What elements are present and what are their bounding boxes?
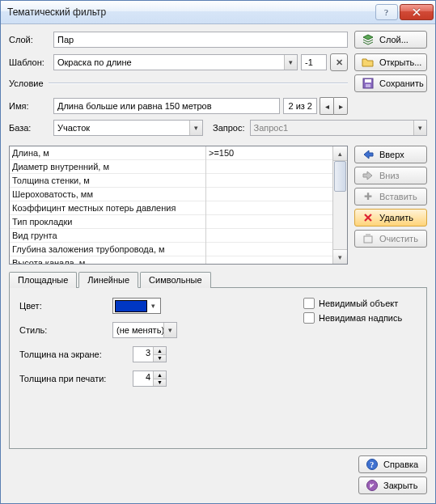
screen-thickness-spinner[interactable]: 3 ▲▼ bbox=[133, 346, 167, 362]
svg-text:?: ? bbox=[370, 460, 374, 469]
table-col-name: Длина, м Диаметр внутренний, м Толщина с… bbox=[10, 146, 206, 264]
open-button-label: Открыть... bbox=[379, 57, 421, 67]
svg-rect-3 bbox=[366, 84, 370, 87]
table-row[interactable]: Шероховатость, мм bbox=[10, 188, 205, 201]
table-scrollbar[interactable]: ▴ ▾ bbox=[332, 146, 347, 264]
template-index-input[interactable] bbox=[301, 54, 327, 70]
up-button-label: Вверх bbox=[379, 150, 404, 159]
delete-button[interactable]: Удалить bbox=[354, 209, 427, 227]
table-row[interactable] bbox=[206, 160, 332, 174]
table-row[interactable]: Глубина заложения трубопровода, м bbox=[10, 243, 205, 256]
window-title: Тематический фильтр bbox=[7, 6, 374, 18]
base-value: Участок bbox=[54, 123, 189, 133]
delete-button-label: Удалить bbox=[379, 213, 413, 222]
help-button[interactable]: ? Справка bbox=[358, 455, 427, 473]
base-combo[interactable]: Участок ▾ bbox=[53, 120, 203, 136]
titlebar: Тематический фильтр ? bbox=[1, 1, 435, 24]
svg-text:?: ? bbox=[384, 7, 388, 17]
print-thickness-spinner[interactable]: 4 ▲▼ bbox=[133, 371, 167, 387]
style-combo[interactable]: (не менять) ▾ bbox=[112, 322, 177, 338]
close-button[interactable]: Закрыть bbox=[358, 476, 427, 494]
scroll-up-icon[interactable]: ▴ bbox=[333, 146, 347, 161]
name-input[interactable] bbox=[53, 98, 280, 114]
insert-button[interactable]: ✚ Вставить bbox=[354, 188, 427, 205]
table-row[interactable] bbox=[206, 201, 332, 215]
scroll-down-icon[interactable]: ▾ bbox=[333, 249, 347, 264]
close-button-label: Закрыть bbox=[383, 481, 417, 490]
x-icon: ✕ bbox=[336, 57, 343, 68]
table-row[interactable] bbox=[206, 188, 332, 201]
up-button[interactable]: Вверх bbox=[354, 146, 427, 163]
invisible-label-checkbox[interactable]: Невидимая надпись bbox=[303, 312, 417, 324]
properties-table[interactable]: Длина, м Диаметр внутренний, м Толщина с… bbox=[9, 146, 348, 265]
nav-prev-button[interactable]: ◂ bbox=[320, 97, 333, 115]
template-combo[interactable]: Окраска по длине ▾ bbox=[53, 54, 298, 70]
invisible-object-label: Невидимый объект bbox=[319, 299, 398, 308]
table-row[interactable]: Длина, м bbox=[10, 146, 205, 160]
chevron-down-icon: ▾ bbox=[148, 302, 159, 310]
arrow-right-icon bbox=[362, 169, 375, 182]
query-label: Запрос: bbox=[213, 123, 245, 133]
tab-area[interactable]: Площадные bbox=[9, 272, 77, 288]
table-row[interactable] bbox=[206, 256, 332, 265]
checkbox-icon bbox=[303, 298, 315, 309]
content-area: Слой: Слой... Шаблон: Окраска по длине ▾… bbox=[1, 24, 435, 503]
down-button[interactable]: Вниз bbox=[354, 167, 427, 184]
delete-x-icon bbox=[362, 211, 375, 224]
color-picker[interactable]: ▾ bbox=[112, 298, 161, 314]
table-row[interactable]: >=150 bbox=[206, 146, 332, 160]
save-button-label: Сохранить bbox=[379, 78, 424, 88]
tab-line[interactable]: Линейные bbox=[78, 272, 138, 288]
layer-input[interactable] bbox=[53, 32, 348, 48]
nav-count: 2 из 2 bbox=[283, 98, 317, 114]
tab-symbol[interactable]: Символьные bbox=[140, 272, 211, 288]
invisible-object-checkbox[interactable]: Невидимый объект bbox=[303, 298, 417, 309]
spin-down-icon[interactable]: ▼ bbox=[154, 355, 166, 362]
invisible-label-label: Невидимая надпись bbox=[319, 313, 402, 323]
tab-panel-line: Цвет: ▾ Стиль: (не менять) ▾ Толщина на … bbox=[9, 287, 427, 449]
table-row[interactable]: Высота канала, м bbox=[10, 256, 205, 265]
layer-button[interactable]: Слой... bbox=[354, 31, 427, 49]
table-row[interactable]: Коэффицинт местных потерь давления bbox=[10, 201, 205, 215]
name-label: Имя: bbox=[9, 101, 53, 111]
table-row[interactable]: Тип прокладки bbox=[10, 215, 205, 229]
spin-up-icon[interactable]: ▲ bbox=[154, 347, 166, 355]
close-titlebar-button[interactable] bbox=[400, 4, 434, 20]
dialog-window: Тематический фильтр ? Слой: Слой... Ш bbox=[0, 0, 436, 504]
query-combo[interactable]: Запрос1 ▾ bbox=[250, 120, 427, 136]
divider bbox=[49, 83, 348, 84]
svg-rect-2 bbox=[365, 79, 371, 83]
help-titlebar-button[interactable]: ? bbox=[375, 4, 398, 20]
down-button-label: Вниз bbox=[379, 171, 400, 180]
tabstrip: Площадные Линейные Символьные bbox=[9, 272, 427, 288]
save-button[interactable]: Сохранить bbox=[354, 74, 427, 92]
spin-down-icon[interactable]: ▼ bbox=[154, 379, 166, 387]
spin-up-icon[interactable]: ▲ bbox=[154, 371, 166, 379]
floppy-icon bbox=[362, 77, 375, 90]
nav-buttons: ◂ ▸ bbox=[320, 97, 348, 115]
scroll-thumb[interactable] bbox=[334, 161, 346, 192]
table-row[interactable]: Диаметр внутренний, м bbox=[10, 160, 205, 174]
template-clear-button[interactable]: ✕ bbox=[330, 53, 348, 71]
checkbox-icon bbox=[303, 312, 315, 324]
chevron-down-icon: ▾ bbox=[284, 55, 297, 70]
layer-label: Слой: bbox=[9, 35, 53, 44]
insert-button-label: Вставить bbox=[379, 192, 417, 201]
base-label: База: bbox=[9, 123, 53, 133]
style-label: Стиль: bbox=[19, 325, 112, 335]
plus-icon: ✚ bbox=[362, 190, 375, 203]
table-row[interactable]: Вид грунта bbox=[10, 229, 205, 243]
chevron-down-icon: ▾ bbox=[413, 121, 426, 135]
table-row[interactable]: Толщина стенки, м bbox=[10, 174, 205, 188]
nav-next-button[interactable]: ▸ bbox=[333, 97, 348, 115]
help-circle-icon: ? bbox=[366, 458, 379, 471]
open-button[interactable]: Открыть... bbox=[354, 53, 427, 71]
scroll-track[interactable] bbox=[333, 192, 347, 249]
style-value: (не менять) bbox=[113, 325, 163, 335]
template-label: Шаблон: bbox=[9, 57, 53, 67]
table-row[interactable] bbox=[206, 215, 332, 229]
table-row[interactable] bbox=[206, 243, 332, 256]
clear-button[interactable]: Очистить bbox=[354, 230, 427, 248]
table-row[interactable] bbox=[206, 174, 332, 188]
table-row[interactable] bbox=[206, 229, 332, 243]
